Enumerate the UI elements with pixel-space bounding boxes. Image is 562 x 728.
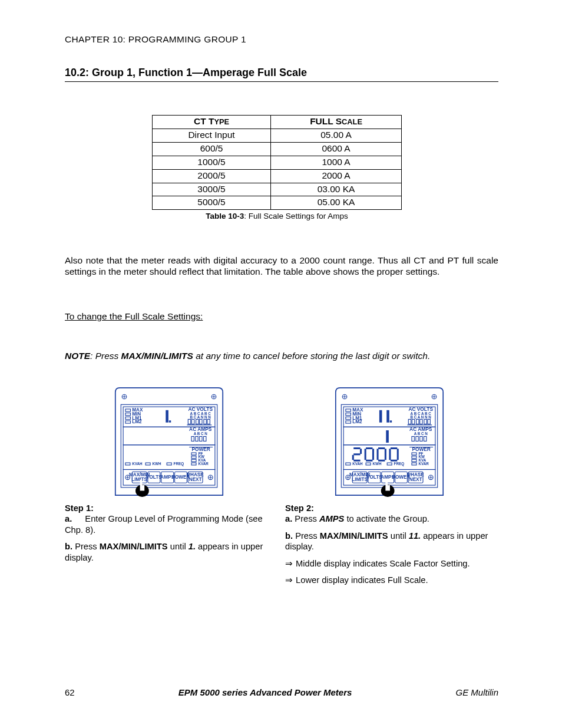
page-number: 62	[65, 687, 75, 697]
step-1b: b. Press MAX/MIN/LIMITS until 1. appears…	[65, 541, 278, 563]
svg-rect-86	[346, 421, 351, 423]
svg-rect-118	[412, 463, 416, 465]
svg-rect-17	[169, 420, 171, 422]
step-1a: a. Enter Group Level of Programming Mode…	[65, 513, 278, 535]
svg-rect-50	[167, 463, 171, 465]
svg-text:FREQ: FREQ	[174, 462, 184, 466]
table-row: 3000/503.00 KA	[153, 183, 402, 196]
page-footer: 62 EPM 5000 series Advanced Power Meters…	[65, 687, 498, 697]
svg-rect-14	[125, 421, 131, 423]
svg-rect-44	[191, 463, 196, 465]
svg-rect-21	[188, 419, 190, 424]
svg-rect-40	[191, 456, 196, 459]
change-settings-heading: To change the Full Scale Settings:	[65, 311, 498, 322]
svg-rect-108	[424, 436, 427, 441]
steps-row: MAX MIN LM1 LM2 AC VOLTS A B C A B C B C…	[65, 385, 498, 585]
screw-icon	[122, 394, 127, 399]
svg-text:KVAH: KVAH	[352, 462, 363, 466]
svg-rect-122	[366, 463, 371, 465]
amps-indicator-icons	[191, 436, 206, 441]
svg-text:KVAH: KVAH	[132, 462, 143, 466]
footer-brand: GE Multilin	[455, 687, 498, 697]
svg-rect-90	[390, 420, 392, 422]
svg-rect-10	[125, 413, 131, 416]
pointing-hand-icon	[381, 479, 395, 497]
svg-text:A  B  C  N: A B C N	[194, 431, 208, 436]
table-caption: Table 10-3: Full Scale Settings for Amps	[152, 212, 402, 220]
svg-rect-98	[424, 419, 427, 424]
table-row: 2000/52000 A	[153, 169, 402, 183]
svg-rect-16	[166, 410, 168, 423]
svg-rect-33	[200, 436, 202, 441]
device-diagram-1: MAX MIN LM1 LM2 AC VOLTS A B C A B C B C…	[113, 385, 225, 498]
svg-rect-34	[204, 436, 206, 441]
svg-rect-32	[196, 436, 198, 441]
svg-rect-24	[200, 419, 202, 424]
step-1-title: Step 1:	[65, 503, 278, 513]
step-2d: ⇒ Lower display indicates Full Scale.	[285, 575, 498, 585]
upper-display-11	[379, 410, 392, 423]
svg-rect-107	[420, 436, 422, 441]
svg-text:A  B  C  N: A B C N	[414, 431, 428, 436]
svg-rect-105	[412, 436, 414, 441]
table-row: 5000/505.00 KA	[153, 196, 402, 210]
svg-rect-96	[416, 419, 419, 424]
svg-text:NEXT: NEXT	[409, 477, 422, 482]
svg-rect-124	[387, 463, 392, 465]
table-row: Direct Input05.00 A	[153, 129, 402, 142]
svg-text:VOLTS: VOLTS	[146, 475, 162, 480]
svg-rect-116	[412, 459, 416, 462]
table-row: 600/50600 A	[153, 142, 402, 156]
svg-rect-26	[207, 419, 210, 424]
body-paragraph: Also note that the meter reads with digi…	[65, 255, 498, 277]
step-2-title: Step 2:	[285, 503, 498, 513]
screw-icon	[211, 394, 216, 399]
svg-text:FREQ: FREQ	[394, 462, 405, 466]
svg-rect-89	[386, 410, 389, 423]
svg-rect-82	[346, 413, 351, 416]
step-2b: b. Press MAX/MIN/LIMITS until 11. appear…	[285, 531, 498, 552]
svg-text:KVAR: KVAR	[198, 462, 209, 466]
svg-rect-112	[412, 453, 416, 455]
svg-text:LM2: LM2	[352, 419, 362, 424]
chapter-header: CHAPTER 10: PROGRAMMING GROUP 1	[65, 34, 498, 45]
svg-text:LM2: LM2	[132, 419, 142, 424]
ct-scale-table: CT TYPE FULL SCALE Direct Input05.00 A 6…	[152, 115, 402, 220]
device-diagram-2: MAX MIN LM1 LM2 AC VOLTS A B C A B C B C…	[333, 385, 445, 498]
svg-rect-99	[428, 419, 430, 424]
svg-rect-102	[386, 430, 389, 443]
volts-indicator-icons	[187, 419, 211, 425]
svg-rect-46	[125, 463, 130, 465]
svg-rect-8	[125, 409, 131, 411]
svg-rect-97	[420, 419, 422, 424]
table-row: 1000/51000 A	[153, 156, 402, 169]
svg-rect-80	[346, 409, 351, 411]
step-1-column: MAX MIN LM1 LM2 AC VOLTS A B C A B C B C…	[65, 385, 278, 585]
footer-title: EPM 5000 series Advanced Power Meters	[178, 687, 352, 697]
svg-rect-114	[412, 456, 416, 459]
svg-text:KWH: KWH	[153, 462, 161, 466]
svg-rect-48	[146, 463, 150, 465]
note-paragraph: NOTE: Press MAX/MIN/LIMITS at any time t…	[65, 350, 498, 361]
svg-rect-31	[191, 436, 194, 441]
step-2-column: MAX MIN LM1 LM2 AC VOLTS A B C A B C B C…	[285, 385, 498, 585]
svg-rect-84	[346, 417, 351, 419]
svg-rect-12	[125, 417, 131, 419]
th-full-scale: FULL SCALE	[271, 116, 402, 129]
step-2c: ⇒ Middle display indicates Scale Factor …	[285, 558, 498, 569]
svg-text:NEXT: NEXT	[189, 477, 202, 482]
svg-text:B  C  A  N  N  N: B C A N N N	[411, 415, 432, 419]
svg-rect-23	[196, 419, 199, 424]
svg-rect-25	[204, 419, 206, 424]
section-title: 10.2: Group 1, Function 1—Amperage Full …	[65, 67, 498, 82]
screw-icon	[209, 475, 213, 480]
svg-text:KVAR: KVAR	[418, 462, 429, 466]
svg-rect-42	[191, 459, 196, 462]
svg-text:LIMITS: LIMITS	[131, 477, 147, 482]
svg-rect-38	[191, 453, 196, 455]
svg-text:B  C  A  N  N  N: B C A N N N	[190, 415, 211, 419]
lower-display-2000	[353, 448, 398, 460]
svg-rect-106	[416, 436, 418, 441]
svg-text:KWH: KWH	[373, 462, 382, 466]
svg-rect-94	[408, 419, 411, 424]
